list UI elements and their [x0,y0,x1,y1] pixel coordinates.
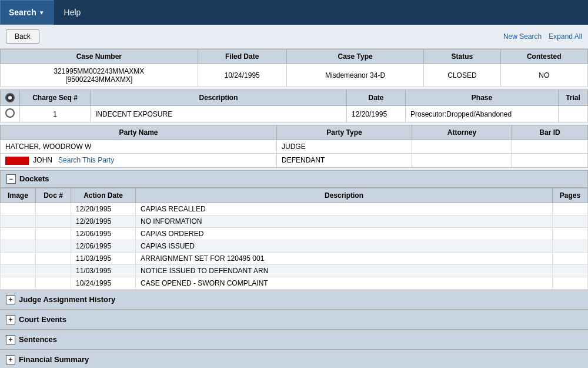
filed-date-header: Filed Date [198,49,286,64]
charge-date-cell: 12/20/1995 [347,106,406,122]
docket-date-cell: 12/06/1995 [71,227,136,240]
case-type-header: Case Type [286,49,424,64]
docket-pages-cell [553,252,588,264]
section-sentences: + Sentences [0,330,588,350]
charge-phase-header: Phase [406,90,559,106]
charge-seq-header: Charge Seq # [20,90,91,106]
dockets-desc-header: Description [136,188,553,203]
expand-all-link[interactable]: Expand All [549,32,582,41]
search-this-party-link[interactable]: Search This Party [58,156,114,164]
court-events-header[interactable]: + Court Events [0,310,588,330]
party-name-header: Party Name [1,125,277,140]
help-nav-button[interactable]: Help [54,0,92,25]
party-type-header: Party Type [277,125,412,140]
docket-desc-cell: CAPIAS ORDERED [136,227,553,240]
charge-date-header: Date [347,90,406,106]
financial-summary-header[interactable]: + Financial Summary [0,350,588,368]
docket-desc-cell: CAPIAS RECALLED [136,203,553,215]
party-table: Party Name Party Type Attorney Bar ID HA… [0,125,588,168]
case-number-header: Case Number [1,49,198,64]
sentences-toggle[interactable]: + [6,335,15,344]
docket-date-cell: 12/06/1995 [71,240,136,252]
docket-pages-cell [553,264,588,277]
contested-cell: NO [500,64,587,87]
judge-assignment-history-toggle[interactable]: + [6,295,15,304]
charge-toggle-all[interactable] [5,93,15,102]
charge-trial-cell [559,106,588,122]
dockets-doc-header: Doc # [36,188,71,203]
search-nav-label: Search [9,8,36,17]
docket-desc-cell: NOTICE ISSUED TO DEFENDANT ARN [136,264,553,277]
docket-image-cell [1,240,36,252]
case-info-table: Case Number Filed Date Case Type Status … [0,49,588,87]
dockets-image-header: Image [1,188,36,203]
docket-date-cell: 10/24/1995 [71,277,136,289]
section-court-events: + Court Events [0,310,588,330]
redacted-block [5,157,29,165]
docket-pages-cell [553,240,588,252]
search-nav-button[interactable]: Search ▼ [0,0,54,25]
charge-trial-header: Trial [559,90,588,106]
court-events-label: Court Events [19,315,66,324]
charge-phase-cell: Prosecutor:Dropped/Abandoned [406,106,559,122]
charges-table: Charge Seq # Description Date Phase Tria… [0,89,588,122]
new-search-link[interactable]: New Search [503,32,542,41]
toolbar: Back New Search Expand All [0,25,588,49]
docket-row: 11/03/1995 NOTICE ISSUED TO DEFENDANT AR… [1,264,588,277]
attorney-john [412,154,512,168]
case-info-row: 321995MM002243MMAXMX [95002243MMAXMX] 10… [1,64,588,87]
dockets-section-header[interactable]: − Dockets [0,170,588,188]
judge-assignment-history-header[interactable]: + Judge Assignment History [0,290,588,310]
bar-id-hatcher [512,140,588,154]
party-row-john: JOHN Search This Party DEFENDANT [1,154,588,168]
attorney-header: Attorney [412,125,512,140]
docket-pages-cell [553,203,588,215]
status-cell: CLOSED [424,64,500,87]
docket-desc-cell: CAPIAS ISSUED [136,240,553,252]
charge-icon-header [1,90,20,106]
contested-header: Contested [500,49,587,64]
docket-image-cell [1,252,36,264]
financial-summary-label: Financial Summary [19,355,89,364]
section-financial-summary: + Financial Summary [0,350,588,368]
court-events-toggle[interactable]: + [6,315,15,324]
docket-doc-cell [36,252,71,264]
case-number-cell: 321995MM002243MMAXMX [95002243MMAXMX] [1,64,198,87]
party-row-hatcher: HATCHER, WOODROW W JUDGE [1,140,588,154]
docket-image-cell [1,215,36,227]
charge-seq-cell: 1 [20,106,91,122]
sentences-header[interactable]: + Sentences [0,330,588,350]
filed-date-cell: 10/24/1995 [198,64,286,87]
docket-row: 12/20/1995 CAPIAS RECALLED [1,203,588,215]
charge-row-icon[interactable] [1,106,20,122]
dockets-pages-header: Pages [553,188,588,203]
docket-desc-cell: CASE OPENED - SWORN COMPLAINT [136,277,553,289]
party-type-hatcher: JUDGE [277,140,412,154]
docket-image-cell [1,227,36,240]
docket-row: 12/06/1995 CAPIAS ORDERED [1,227,588,240]
financial-summary-toggle[interactable]: + [6,355,15,364]
dockets-toggle[interactable]: − [6,174,16,184]
docket-date-cell: 12/20/1995 [71,215,136,227]
docket-doc-cell [36,264,71,277]
top-nav: Search ▼ Help [0,0,588,25]
docket-date-cell: 12/20/1995 [71,203,136,215]
attorney-hatcher [412,140,512,154]
docket-pages-cell [553,215,588,227]
docket-desc-cell: ARRAIGNMENT SET FOR 120495 001 [136,252,553,264]
charge-expand-icon[interactable] [5,108,15,118]
status-header: Status [424,49,500,64]
docket-doc-cell [36,203,71,215]
docket-pages-cell [553,227,588,240]
charge-desc-header: Description [91,90,347,106]
docket-row: 11/03/1995 ARRAIGNMENT SET FOR 120495 00… [1,252,588,264]
docket-row: 12/20/1995 NO INFORMATION [1,215,588,227]
help-nav-label: Help [64,8,81,17]
charge-row: 1 INDECENT EXPOSURE 12/20/1995 Prosecuto… [1,106,588,122]
docket-date-cell: 11/03/1995 [71,252,136,264]
bar-id-john [512,154,588,168]
back-button[interactable]: Back [6,29,39,44]
docket-doc-cell [36,227,71,240]
party-name-john: JOHN Search This Party [1,154,277,168]
dockets-label: Dockets [19,174,49,183]
